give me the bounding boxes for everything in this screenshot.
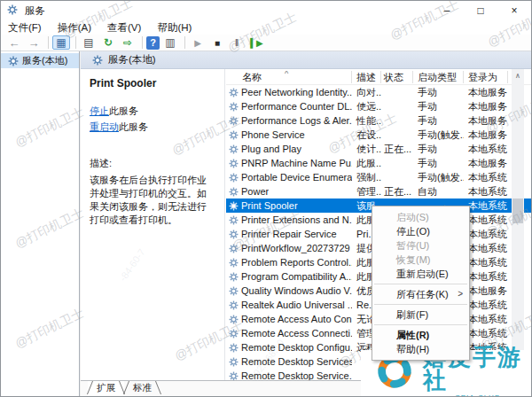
- services-gear-icon: [8, 56, 19, 66]
- toolbar: ←→▦▤↻⇨?▥▶■‖▍▶: [1, 35, 531, 51]
- properties-button[interactable]: ▤: [80, 35, 98, 50]
- gear-icon: [229, 173, 239, 183]
- service-row[interactable]: Portable Device Enumera...强制...手动(触发...本…: [226, 170, 531, 184]
- service-row[interactable]: Peer Networking Identity...向对...手动本地服务: [226, 85, 531, 99]
- export-list-button[interactable]: ⇨: [119, 35, 137, 50]
- restart-service-button[interactable]: ▍▶: [247, 35, 265, 50]
- gear-icon: [229, 201, 239, 211]
- submenu-arrow-icon: >: [458, 287, 463, 301]
- service-cl-cell: 本地系统: [464, 170, 508, 184]
- context-menu-item[interactable]: 重新启动(E): [372, 267, 469, 281]
- menu-文件(F)[interactable]: 文件(F): [8, 21, 50, 35]
- description-label: 描述:: [90, 157, 215, 170]
- tab-标准[interactable]: 标准: [124, 381, 160, 395]
- service-row[interactable]: Phone Service在设...手动(触发...本地服务: [226, 128, 531, 142]
- column-header-4[interactable]: 登录为: [464, 71, 508, 83]
- help-button[interactable]: ?: [146, 36, 160, 50]
- service-cl-cell: 本地系统: [464, 184, 508, 198]
- service-cl-cell: 本地系统: [464, 269, 508, 284]
- show-action-pane-button[interactable]: ▥: [161, 35, 179, 50]
- context-menu: 启动(S)停止(O)暂停(U)恢复(M)重新启动(E)所有任务(K)>刷新(F)…: [372, 206, 470, 361]
- gear-icon: [229, 230, 239, 239]
- refresh-button[interactable]: ↻: [99, 35, 117, 50]
- service-cl-cell: 本地服务: [464, 128, 508, 142]
- gear-icon: [229, 144, 239, 154]
- context-menu-item[interactable]: 所有任务(K)>: [372, 287, 469, 301]
- service-row[interactable]: Plug and Play使计...正在...手动本地系统: [226, 142, 531, 156]
- gear-icon: [229, 300, 239, 310]
- scroll-up-icon[interactable]: ∧: [512, 69, 524, 82]
- service-cd-cell: 强制...: [352, 170, 381, 184]
- menu-帮助(H)[interactable]: 帮助(H): [157, 21, 200, 35]
- service-cl-cell: 本地系统: [464, 142, 508, 156]
- service-cs-cell: [381, 99, 413, 113]
- start-service-button[interactable]: ▶: [189, 35, 207, 50]
- service-row[interactable]: PNRP Machine Name Pu...此服...手动本地服务: [226, 156, 531, 170]
- service-row[interactable]: Performance Counter DL...使远...手动本地服务: [226, 99, 531, 113]
- selected-service-title: Print Spooler: [90, 77, 215, 90]
- service-name-cell: Plug and Play: [226, 142, 352, 156]
- menu-操作(A)[interactable]: 操作(A): [58, 21, 99, 35]
- service-cl-cell: 本地服务: [464, 99, 508, 113]
- scrollbar-thumb[interactable]: [512, 198, 523, 223]
- menu-查看(V)[interactable]: 查看(V): [107, 21, 149, 35]
- stop-service-link-row: 停止此服务: [90, 105, 215, 118]
- tree-item-services-local[interactable]: 服务(本地): [1, 53, 79, 68]
- pane-title-band: 服务(本地): [81, 51, 531, 69]
- service-ct-cell: 手动: [413, 99, 464, 113]
- menu-separator: [374, 284, 467, 284]
- service-cl-cell: 本地系统: [464, 213, 508, 227]
- service-name-cell: Realtek Audio Universal ...: [226, 298, 352, 312]
- gear-icon: [229, 315, 239, 324]
- menu-separator: [374, 324, 467, 325]
- service-row[interactable]: Power管理...正在...自动本地系统: [226, 184, 531, 198]
- gear-icon: [229, 88, 239, 97]
- gear-icon: [229, 187, 239, 197]
- stop-service-link[interactable]: 停止: [90, 105, 109, 116]
- service-cl-cell: 本地服务: [464, 284, 508, 298]
- restart-service-link-row: 重启动此服务: [90, 121, 215, 134]
- show-console-tree-button[interactable]: ▦: [52, 35, 70, 50]
- close-button[interactable]: ×: [497, 1, 531, 20]
- context-menu-item[interactable]: 帮助(H): [372, 342, 469, 356]
- service-cd-cell: 使远...: [352, 99, 381, 113]
- service-cs-cell: 正在...: [381, 142, 413, 156]
- stop-service-button[interactable]: ■: [208, 35, 226, 50]
- service-name-cell: Phone Service: [226, 128, 352, 142]
- service-row[interactable]: Performance Logs & Aler...性能...手动本地服务: [226, 113, 531, 128]
- menu-bar: 文件(F)操作(A)查看(V)帮助(H): [1, 20, 531, 35]
- restart-service-link[interactable]: 重启动: [90, 121, 119, 132]
- pause-service-button[interactable]: ‖: [228, 35, 246, 50]
- services-app-icon: [7, 4, 20, 17]
- column-header-0[interactable]: 名称^: [226, 71, 352, 83]
- service-name-cell: Power: [226, 184, 352, 198]
- minimize-button[interactable]: –: [430, 1, 464, 20]
- gear-icon: [229, 244, 239, 253]
- context-menu-item[interactable]: 停止(O): [372, 224, 469, 238]
- column-header-1[interactable]: 描述: [352, 71, 381, 83]
- pane-title: 服务(本地): [108, 53, 156, 66]
- context-menu-item[interactable]: 属性(R): [372, 328, 469, 342]
- service-cl-cell: 本地系统: [464, 326, 508, 340]
- service-name-cell: Performance Counter DL...: [226, 99, 352, 113]
- forward-button[interactable]: →: [25, 35, 43, 50]
- title-bar: 服务 – □ ×: [1, 1, 531, 20]
- toolbar-separator: [75, 36, 76, 49]
- service-ct-cell: 自动: [413, 184, 464, 198]
- console-tree-panel: 服务(本地): [1, 51, 80, 396]
- service-cl-cell: 本地系统: [464, 298, 508, 312]
- service-ct-cell: 手动: [413, 85, 464, 99]
- column-header-3[interactable]: 启动类型: [413, 71, 464, 83]
- service-cd-cell: 管理...: [352, 184, 381, 198]
- vertical-scrollbar[interactable]: ∧: [512, 69, 524, 380]
- service-ct-cell: 手动(触发...: [413, 128, 464, 142]
- maximize-button[interactable]: □: [464, 1, 497, 20]
- service-name-cell: Remote Desktop Configu...: [226, 340, 352, 354]
- back-button[interactable]: ←: [5, 35, 23, 50]
- service-name-cell: Problem Reports Control...: [226, 255, 352, 269]
- column-header-2[interactable]: 状态: [381, 71, 413, 83]
- service-cs-cell: [381, 113, 413, 128]
- tab-扩展[interactable]: 扩展: [88, 381, 124, 395]
- gear-icon: [229, 116, 239, 126]
- context-menu-item[interactable]: 刷新(F): [372, 307, 469, 322]
